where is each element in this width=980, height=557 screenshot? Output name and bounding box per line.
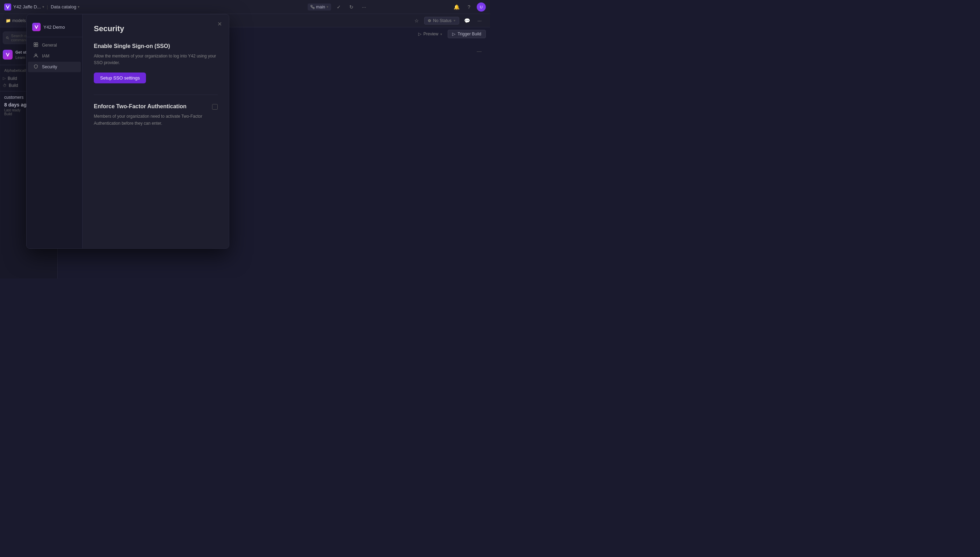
svg-point-4 xyxy=(6,37,8,39)
preview-chevron-icon: ▾ xyxy=(440,32,442,36)
avatar[interactable]: U xyxy=(477,2,486,11)
catalog-text: Data catalog xyxy=(51,4,76,10)
check-button[interactable]: ✓ xyxy=(334,2,344,12)
trigger-build-bar: ▷ Preview ▾ ▷ Trigger Build xyxy=(411,27,490,41)
svg-line-5 xyxy=(8,38,9,39)
star-button[interactable]: ☆ xyxy=(412,16,422,26)
last-ready-text: Last ready xyxy=(4,108,21,112)
content-dash: — xyxy=(477,48,482,54)
iam-icon xyxy=(34,53,39,59)
preview-label: Preview xyxy=(423,31,438,36)
svg-point-10 xyxy=(35,54,37,56)
get-started-logo xyxy=(3,50,13,60)
security-icon xyxy=(34,64,39,70)
modal-sidebar: Y42 Demo General xyxy=(27,15,83,248)
refresh-button[interactable]: ↻ xyxy=(347,2,356,12)
app-logo xyxy=(4,3,11,10)
branch-label: main xyxy=(316,5,325,10)
security-nav-label: Security xyxy=(42,64,57,69)
svg-rect-7 xyxy=(36,43,38,44)
modal-nav-iam[interactable]: IAM xyxy=(28,51,81,61)
app-chevron-icon: ▾ xyxy=(42,5,44,9)
general-nav-label: General xyxy=(42,43,57,48)
branch-icon xyxy=(310,5,315,9)
modal-nav-general[interactable]: General xyxy=(28,40,81,50)
branch-chevron-icon: ▾ xyxy=(326,5,328,9)
alphabetically-label: Alphabetically xyxy=(4,68,28,73)
settings-modal: Y42 Demo General xyxy=(26,14,229,249)
setup-sso-button[interactable]: Setup SSO settings xyxy=(94,73,146,83)
modal-org-logo xyxy=(32,23,41,31)
top-bar: Y42 Jaffe D... ▾ | Data catalog ▾ main ▾… xyxy=(0,0,490,14)
status-dot xyxy=(428,19,431,22)
status-label: No Status xyxy=(433,18,451,23)
comment-button[interactable]: 💬 xyxy=(462,16,472,26)
modal-nav-security[interactable]: Security xyxy=(28,62,81,72)
status-button[interactable]: No Status ▾ xyxy=(424,17,459,24)
more-button[interactable]: ··· xyxy=(359,2,369,12)
preview-button[interactable]: ▷ Preview ▾ xyxy=(415,30,445,38)
sso-title: Enable Single Sign-on (SSO) xyxy=(94,43,218,49)
modal-org-header: Y42 Demo xyxy=(27,20,82,37)
section-divider xyxy=(94,94,218,95)
tfa-section: Enforce Two-Factor Authentication Member… xyxy=(94,103,218,133)
tfa-checkbox[interactable] xyxy=(212,104,218,110)
catalog-chevron-icon: ▾ xyxy=(78,5,80,9)
clock-icon: ⏱ xyxy=(3,83,6,88)
play-icon: ▷ xyxy=(3,76,6,81)
breadcrumb-more-button[interactable]: ··· xyxy=(475,16,484,26)
sso-section: Enable Single Sign-on (SSO) Allow the me… xyxy=(94,43,218,94)
status-chevron-icon: ▾ xyxy=(454,19,455,23)
modal-nav: General IAM Security xyxy=(27,40,82,72)
breadcrumb-models-label: models xyxy=(12,18,26,23)
app-title[interactable]: Y42 Jaffe D... ▾ xyxy=(13,4,44,10)
breadcrumb-right: ☆ No Status ▾ 💬 ··· xyxy=(412,16,484,26)
svg-point-0 xyxy=(311,5,312,7)
notification-button[interactable]: 🔔 xyxy=(451,2,461,12)
modal-org-name: Y42 Demo xyxy=(44,24,65,30)
sso-description: Allow the members of your organization t… xyxy=(94,53,218,66)
modal-content: ✕ Security Enable Single Sign-on (SSO) A… xyxy=(83,15,229,248)
help-button[interactable]: ? xyxy=(464,2,474,12)
close-button[interactable]: ✕ xyxy=(215,19,224,28)
tfa-description: Members of your organization need to act… xyxy=(94,113,206,127)
app-title-text: Y42 Jaffe D... xyxy=(13,4,41,10)
breadcrumb-models[interactable]: 📁 models xyxy=(6,18,26,23)
top-bar-center: main ▾ ✓ ↻ ··· xyxy=(228,2,449,12)
branch-selector[interactable]: main ▾ xyxy=(308,3,331,10)
breadcrumb-sep-1: | xyxy=(46,4,49,10)
build-label-1: Build xyxy=(8,76,17,81)
general-icon xyxy=(34,42,39,48)
svg-rect-8 xyxy=(34,45,36,47)
search-icon xyxy=(6,36,9,40)
top-bar-actions: 🔔 ? U xyxy=(451,2,486,12)
top-bar-left: Y42 Jaffe D... ▾ | Data catalog ▾ xyxy=(4,3,225,10)
build-label-2: Build xyxy=(9,83,18,88)
tfa-title: Enforce Two-Factor Authentication xyxy=(94,103,206,110)
trigger-label: Trigger Build xyxy=(458,31,481,36)
tfa-text: Enforce Two-Factor Authentication Member… xyxy=(94,103,206,133)
preview-play-icon: ▷ xyxy=(418,31,422,36)
svg-rect-6 xyxy=(34,43,36,44)
svg-rect-9 xyxy=(36,45,38,47)
trigger-play-icon: ▷ xyxy=(452,31,455,36)
folder-icon: 📁 xyxy=(6,18,11,23)
catalog-label[interactable]: Data catalog ▾ xyxy=(51,4,80,10)
iam-nav-label: IAM xyxy=(42,54,49,59)
trigger-build-button[interactable]: ▷ Trigger Build xyxy=(448,30,486,38)
modal-title: Security xyxy=(94,24,218,33)
